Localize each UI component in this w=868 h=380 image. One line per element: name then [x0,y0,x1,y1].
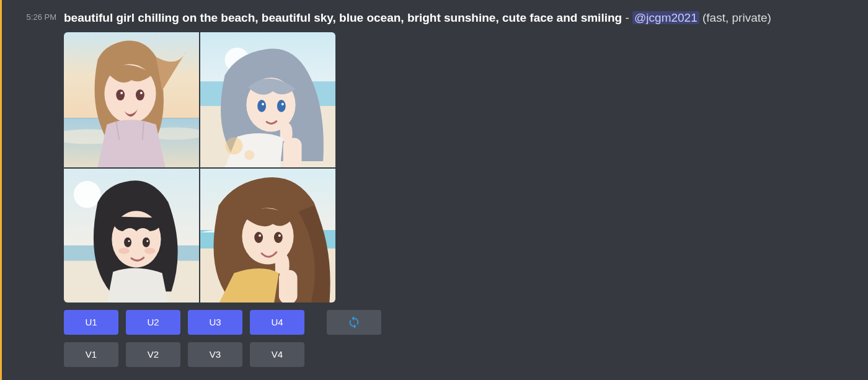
svg-point-17 [281,103,284,105]
prompt-line: beautiful girl chilling on the beach, be… [64,10,868,26]
svg-point-27 [143,237,150,247]
message-content: beautiful girl chilling on the beach, be… [64,10,868,374]
svg-point-36 [254,232,263,243]
v3-button[interactable]: V3 [188,342,242,367]
svg-point-24 [74,180,101,208]
reroll-button[interactable] [327,310,381,335]
svg-point-5 [116,89,125,100]
svg-rect-18 [283,138,302,167]
generated-image-grid[interactable] [64,32,335,303]
button-spacer [312,310,319,335]
prompt-text: beautiful girl chilling on the beach, be… [64,11,622,24]
svg-point-39 [278,234,281,237]
message-timestamp: 5:26 PM [4,10,64,22]
message-row: 5:26 PM beautiful girl chilling on the b… [0,0,868,380]
svg-point-30 [118,247,130,254]
svg-point-31 [144,247,156,254]
svg-rect-40 [279,270,298,303]
svg-point-20 [244,150,254,160]
variation-button-row: V1 V2 V3 V4 [64,342,868,367]
u3-button[interactable]: U3 [188,310,242,335]
upscale-button-row: U1 U2 U3 U4 [64,310,868,335]
prompt-separator: - [622,11,632,24]
svg-point-7 [120,92,123,94]
svg-point-8 [140,92,143,94]
v4-button[interactable]: V4 [250,342,304,367]
image-cell-3 [64,169,199,303]
u2-button[interactable]: U2 [126,310,180,335]
svg-point-16 [262,103,264,105]
image-cell-2 [200,32,335,167]
u1-button[interactable]: U1 [64,310,118,335]
v2-button[interactable]: V2 [126,342,180,367]
reroll-icon [347,316,361,329]
image-cell-4 [200,169,335,303]
svg-point-38 [259,234,261,237]
svg-point-19 [226,137,243,154]
svg-point-29 [146,240,148,242]
svg-point-37 [274,232,283,243]
svg-point-14 [257,100,266,112]
generation-mode: (fast, private) [699,11,771,24]
v1-button[interactable]: V1 [64,342,118,367]
svg-point-26 [124,237,131,247]
u4-button[interactable]: U4 [250,310,304,335]
svg-point-28 [128,240,130,242]
user-mention[interactable]: @jcgm2021 [632,11,699,24]
svg-point-6 [136,89,144,100]
svg-point-15 [277,100,286,112]
image-cell-1 [64,32,199,167]
